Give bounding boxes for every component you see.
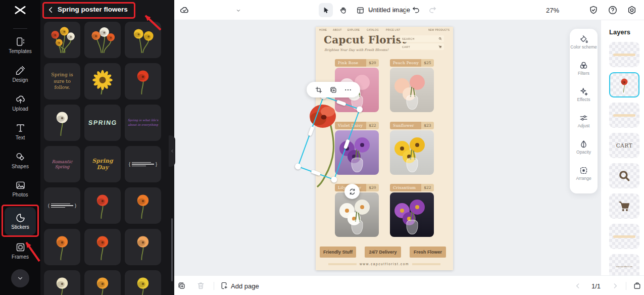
- product-price: $20: [366, 184, 379, 191]
- context-toolbar: [307, 82, 360, 97]
- sidebar-item-frames[interactable]: Frames: [0, 242, 40, 260]
- sticker-thumbnail[interactable]: [44, 229, 80, 265]
- sticker-thumbnail[interactable]: [84, 270, 121, 295]
- fineprint-sticker: {}: [129, 161, 157, 168]
- back-chevron-icon[interactable]: [47, 6, 55, 14]
- flower-center: [415, 205, 419, 209]
- product-photo: [390, 192, 434, 237]
- website-text-layer[interactable]: www.capcutflorist.com: [609, 254, 639, 275]
- hand-icon: [339, 6, 348, 15]
- sticker-thumbnail[interactable]: SPRING: [84, 105, 121, 141]
- cart-icon-layer[interactable]: [609, 193, 639, 219]
- sidebar-item-label: Text: [16, 135, 25, 140]
- flower-center: [360, 205, 364, 209]
- sticker-thumbnail[interactable]: [44, 105, 80, 141]
- design-canvas[interactable]: HOMEABOUTEXPLORECATALOGPRICE LISTNEW PRO…: [174, 20, 601, 275]
- cloud-save-icon[interactable]: [179, 5, 189, 15]
- resize-handle-left[interactable]: [308, 126, 314, 136]
- duplicate-page-button[interactable]: [177, 281, 186, 290]
- sticker-thumbnail[interactable]: [84, 63, 121, 100]
- search-icon-layer[interactable]: [609, 163, 639, 188]
- footer-line: [328, 263, 357, 265]
- chevron-down-icon: [17, 275, 24, 282]
- sidebar-item-text[interactable]: Text: [0, 123, 40, 140]
- add-page-icon[interactable]: [220, 281, 228, 290]
- sidebar-item-templates[interactable]: Templates: [0, 36, 40, 54]
- sticker-thumbnail[interactable]: [125, 187, 161, 224]
- tool-opacity[interactable]: Opacity: [570, 139, 598, 166]
- tool-filters[interactable]: Filters: [570, 61, 598, 87]
- adjust-icon: [579, 113, 588, 123]
- sticker-thumbnail[interactable]: Spring is what life's about in everythin…: [125, 105, 161, 141]
- layout-tool-button[interactable]: [353, 3, 367, 17]
- redo-button[interactable]: [428, 6, 437, 15]
- stickers-icon: [15, 213, 26, 223]
- crop-icon[interactable]: [315, 86, 323, 94]
- sticker-thumbnail[interactable]: [125, 63, 161, 100]
- sticker-thumbnail[interactable]: Spring Day: [84, 146, 121, 182]
- banner-strip-layer[interactable]: [609, 42, 639, 67]
- sidebar-item-photos[interactable]: Photos: [0, 180, 40, 198]
- effects-icon: [579, 87, 588, 96]
- settings-icon[interactable]: [627, 5, 637, 15]
- duplicate-icon[interactable]: [329, 86, 337, 94]
- zoom-level[interactable]: 27%: [546, 7, 559, 14]
- sticker-thumbnail[interactable]: Spring is sure to follow.: [44, 63, 80, 100]
- product-name: Peach Peony: [390, 59, 421, 67]
- layout-chevron-down-icon[interactable]: [368, 8, 373, 13]
- flower-center: [400, 209, 404, 213]
- sidebar-more-button[interactable]: [11, 269, 29, 287]
- hand-tool-button[interactable]: [336, 3, 350, 17]
- tool-adjust[interactable]: Adjust: [570, 113, 598, 139]
- undo-button[interactable]: [412, 6, 421, 15]
- more-icon[interactable]: [344, 86, 352, 94]
- zoom-chevron-down-icon[interactable]: [392, 8, 398, 13]
- rotate-handle[interactable]: [344, 184, 360, 199]
- cart-text-layer[interactable]: CART: [609, 133, 639, 158]
- sidebar-item-shapes[interactable]: Shapes: [0, 152, 40, 169]
- project-chevron-down-icon[interactable]: [236, 8, 241, 13]
- fullscreen-button[interactable]: [633, 281, 641, 290]
- sidebar-item-design[interactable]: Design: [0, 65, 40, 83]
- text-sticker-label: Romantic Spring: [44, 157, 80, 171]
- sticker-thumbnail[interactable]: [125, 22, 161, 58]
- poppy-sticker-layer[interactable]: [609, 72, 639, 97]
- add-page-button[interactable]: Add page: [231, 282, 259, 290]
- product-name: Crisantium: [390, 184, 421, 191]
- panel-scrollbar[interactable]: [171, 218, 173, 281]
- banner-strip-layer[interactable]: [609, 224, 639, 249]
- product-price: $22: [366, 122, 379, 129]
- poster-nav-item: HOME: [319, 29, 327, 31]
- next-page-button[interactable]: [612, 282, 619, 289]
- bottombar-divider: [626, 282, 626, 290]
- sidebar-item-stickers[interactable]: Stickers: [5, 207, 36, 235]
- select-tool-button[interactable]: [319, 3, 333, 17]
- sticker-thumbnail[interactable]: [84, 229, 121, 265]
- sticker-thumbnail[interactable]: [44, 22, 80, 58]
- banner-strip-layer[interactable]: [609, 103, 639, 128]
- tool-color-scheme[interactable]: Color scheme: [570, 34, 598, 61]
- capcut-editor-app: TemplatesDesignUploadTextShapesPhotosSti…: [0, 0, 644, 295]
- sticker-thumbnail[interactable]: {}: [125, 146, 161, 182]
- delete-page-button[interactable]: [196, 281, 205, 290]
- sticker-thumbnail[interactable]: [125, 229, 161, 265]
- sticker-thumbnail[interactable]: (): [44, 187, 80, 224]
- resize-handle-bottom-left[interactable]: [294, 163, 302, 170]
- capcut-logo-icon[interactable]: [14, 4, 27, 17]
- sticker-thumbnail[interactable]: [44, 270, 80, 295]
- help-icon[interactable]: [608, 5, 618, 15]
- project-name[interactable]: Untitled image: [368, 6, 410, 14]
- sidebar-item-upload[interactable]: Upload: [0, 94, 40, 112]
- shield-check-icon[interactable]: [588, 5, 599, 15]
- tool-effects[interactable]: Effects: [570, 87, 598, 113]
- sticker-thumbnail[interactable]: Romantic Spring: [44, 146, 80, 182]
- search-glyph-icon: [618, 169, 631, 182]
- sticker-thumbnail[interactable]: [84, 187, 121, 224]
- product-price: $22: [421, 184, 434, 191]
- tool-arrange[interactable]: Arrange: [570, 166, 598, 192]
- sticker-thumbnail[interactable]: [84, 22, 121, 58]
- sticker-thumbnail[interactable]: [125, 270, 161, 295]
- cursor-icon: [322, 6, 330, 15]
- panel-collapse-handle[interactable]: [169, 135, 175, 167]
- prev-page-button[interactable]: [574, 282, 581, 289]
